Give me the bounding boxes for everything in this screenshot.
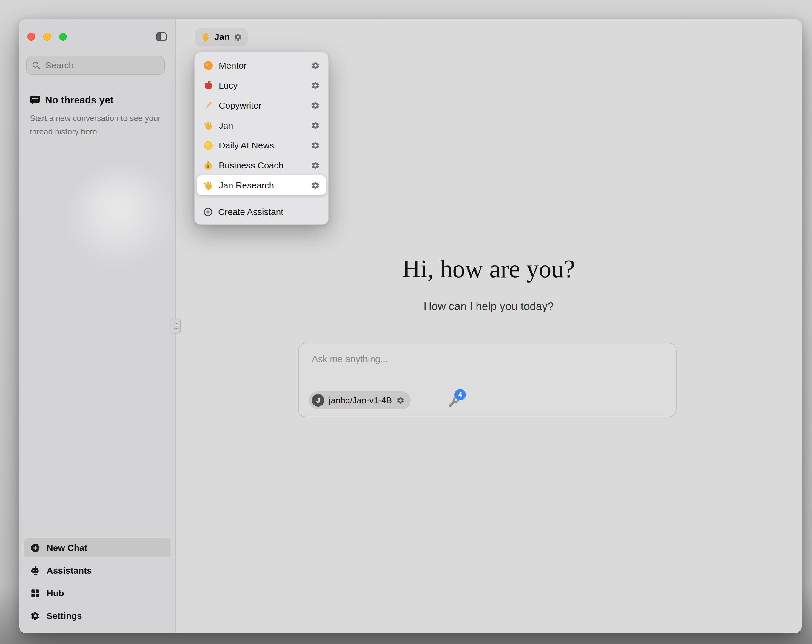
model-selector[interactable]: J janhq/Jan-v1-4B [309,391,411,410]
pencil-icon [203,100,214,111]
assistant-menu: Mentor Lucy Copywriter Jan Daily AI News [194,52,328,224]
menu-divider [198,199,325,199]
tools-button[interactable]: 4 [447,389,468,409]
assistant-menu-item-mentor[interactable]: Mentor [197,55,326,75]
gear-icon[interactable] [311,141,320,150]
decorative-blob [72,170,175,273]
empty-state: No threads yet Start a new conversation … [29,94,164,139]
sidebar-item-assistants[interactable]: Assistants [24,561,171,580]
assistant-menu-item-lucy[interactable]: Lucy [197,75,326,95]
wave-hand-icon [200,32,211,42]
sidebar-nav: New Chat Assistants Hub Settings [24,539,171,625]
wave-hand-icon [203,180,214,191]
composer: J janhq/Jan-v1-4B 4 [298,343,676,417]
empty-state-title: No threads yet [45,94,113,106]
minimize-button[interactable] [43,33,51,41]
message-input[interactable] [311,353,663,365]
greeting-subtitle: How can I help you today? [176,300,801,313]
current-assistant-name: Jan [214,32,230,42]
assistant-menu-item-label: Jan Research [219,180,274,190]
assistant-menu-item-label: Lucy [219,81,238,91]
assistant-menu-item-label: Jan [219,120,233,131]
orange-circle-icon [203,60,214,71]
assistant-menu-item-copywriter[interactable]: Copywriter [197,95,326,116]
gear-icon[interactable] [311,121,320,130]
main-area: Jan Mentor Lucy Copywriter Jan [176,19,801,633]
empty-state-subtitle: Start a new conversation to see your thr… [30,112,161,139]
assistant-menu-item-label: Business Coach [219,160,284,171]
assistant-menu-item-label: Daily AI News [219,140,274,151]
sidebar-item-hub[interactable]: Hub [24,584,171,603]
plus-circle-outline-icon [203,207,213,217]
gear-icon[interactable] [311,61,320,70]
sidebar-resize-handle[interactable] [171,319,180,333]
model-settings-icon[interactable] [396,396,404,405]
assistant-selector[interactable]: Jan [195,28,248,46]
money-bag-icon: $ [203,160,214,171]
search-input[interactable] [45,60,160,71]
sidebar-item-label: Assistants [47,566,92,576]
tools-count-badge: 4 [455,389,466,400]
search-icon [31,61,41,70]
gear-icon[interactable] [311,81,320,90]
model-name: janhq/Jan-v1-4B [329,396,392,405]
sidebar-toggle-button[interactable] [155,30,168,43]
gear-icon[interactable] [311,101,320,110]
assistant-menu-item-daily-ai-news[interactable]: Daily AI News [197,135,326,155]
assistant-menu-item-jan[interactable]: Jan [197,116,326,135]
sidebar-item-new-chat[interactable]: New Chat [24,539,171,557]
search-field[interactable] [26,56,165,75]
assistant-menu-item-label: Copywriter [219,100,261,111]
gear-icon[interactable] [311,181,320,190]
assistant-menu-item-label: Mentor [219,61,246,71]
svg-text:$: $ [207,164,209,169]
zoom-button[interactable] [59,33,67,41]
sidebar-item-label: Hub [47,588,64,598]
yellow-circle-icon [203,140,214,151]
sidebar-item-label: Settings [47,611,82,621]
grip-dots-icon [174,322,178,330]
create-assistant-label: Create Assistant [218,207,283,217]
close-button[interactable] [27,33,35,41]
sidebar-toggle-icon [156,31,168,43]
greeting-title: Hi, how are you? [176,254,801,283]
hub-grid-icon [30,588,40,598]
model-avatar: J [312,394,324,406]
gear-icon[interactable] [311,161,320,170]
sidebar-item-label: New Chat [47,543,87,553]
create-assistant-button[interactable]: Create Assistant [197,203,326,221]
assistants-icon [30,566,40,576]
threads-icon [29,94,41,106]
sidebar-item-settings[interactable]: Settings [24,606,171,625]
apple-icon [203,80,214,91]
wave-hand-icon [203,120,214,131]
gear-icon [30,611,40,621]
assistant-menu-item-business-coach[interactable]: $ Business Coach [197,155,326,175]
sidebar: No threads yet Start a new conversation … [20,19,176,633]
assistant-settings-icon[interactable] [234,33,242,41]
assistant-menu-item-jan-research[interactable]: Jan Research [197,175,326,195]
plus-circle-icon [30,543,40,553]
window-controls [27,33,67,41]
app-window: No threads yet Start a new conversation … [20,19,801,633]
